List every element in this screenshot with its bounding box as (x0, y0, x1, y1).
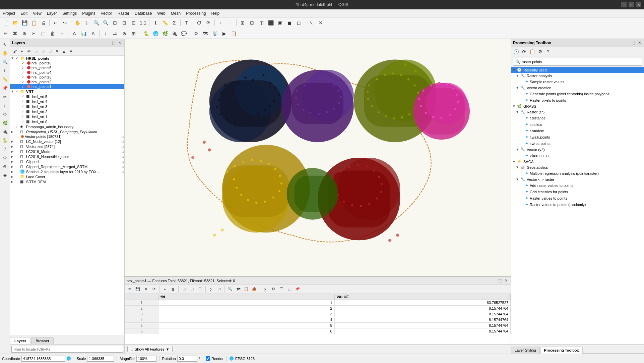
copy-features-button[interactable]: 📋 (243, 286, 250, 293)
ext-plugin4[interactable]: ▶ (220, 29, 229, 38)
proc-geostatistics[interactable]: ▼ 📊 Geostatistics (511, 164, 644, 170)
processing-close-button[interactable]: ✕ (637, 40, 642, 46)
layer-hrsl-points2[interactable]: ✓ hrsl_points2 (10, 80, 124, 84)
table-settings-button[interactable]: ☰ (278, 286, 285, 293)
proc-raster-analysis[interactable]: ▼ 🔧 Raster analysis (511, 73, 644, 79)
menu-raster[interactable]: Raster (115, 10, 132, 16)
menu-settings[interactable]: Settings (60, 10, 79, 16)
paste-features-button[interactable]: 📥 (251, 286, 258, 293)
locate-input[interactable] (11, 346, 123, 353)
layer-lc2019-mode[interactable]: ▶ ◻ LC2019_Mode □ (10, 149, 124, 154)
processing-float-button[interactable]: ⬚ (631, 40, 636, 46)
hrsl-group-check-icon[interactable]: ✓ (15, 56, 20, 60)
vrt-check-icon[interactable]: ✓ (15, 90, 20, 93)
field-calc-lt[interactable]: ∑ (1, 101, 9, 109)
measure-tool[interactable]: 📏 (160, 18, 169, 27)
layer-lc2019-nn[interactable]: ▶ ◻ LC2019_NearestNeighbor □ (10, 154, 124, 159)
menu-plugins[interactable]: Plugins (79, 10, 98, 16)
move-down-layer[interactable]: ▼ (68, 48, 74, 55)
select-tool[interactable]: ⊹ (82, 18, 91, 27)
label-btn[interactable]: A (70, 29, 79, 38)
proc-r-what-points[interactable]: ✦ r.what.points (511, 140, 644, 147)
digitize3-button[interactable]: ✂ (29, 29, 38, 38)
points4-check-icon[interactable]: ✓ (21, 71, 26, 74)
python-btn[interactable]: 🐍 (142, 29, 150, 38)
more-btn-7[interactable]: ◻ (295, 18, 303, 27)
vrt1-check-icon[interactable]: ✓ (21, 115, 26, 118)
render-checkbox[interactable] (206, 356, 210, 361)
layer-hrsl-vrt2[interactable]: ✓ ▦ hrsl_vrt.2 (10, 109, 124, 114)
pan-tool[interactable]: ✋ (73, 18, 82, 27)
undo-button[interactable]: ↩ (51, 18, 60, 27)
points6-check-icon[interactable]: ✓ (21, 61, 26, 65)
annotation-btn[interactable]: A (89, 29, 98, 38)
menu-edit[interactable]: Edit (18, 10, 30, 16)
proc-grass[interactable]: ▼ 🌿 GRASS (511, 103, 644, 109)
processing-settings-button[interactable]: ⚙ (536, 48, 544, 55)
chart-btn[interactable]: 📊 (79, 29, 88, 38)
identify-tool[interactable]: ℹ (151, 18, 160, 27)
layer-hrsl-points3[interactable]: ✓ hrsl_points3 (10, 75, 124, 80)
table-row[interactable]: 3 3 8.15744764 (125, 311, 511, 317)
paste-btn[interactable]: ⊞ (129, 29, 138, 38)
processing-results-button[interactable]: 📋 (528, 48, 536, 55)
table-row[interactable]: 4 4 8.15744764 (125, 317, 511, 323)
layer-vrt-group[interactable]: ▼ ✓ 📁 VRT (10, 89, 124, 94)
proc-recently-used[interactable]: ▼ 🕐 Recently used (511, 67, 644, 73)
proc-raster-pixels[interactable]: ✦ Raster pixels to points (511, 97, 644, 103)
dock-table-button[interactable]: 📌 (294, 286, 301, 293)
more-btn-5[interactable]: ▣ (276, 18, 284, 27)
proc-raster-values[interactable]: ✦ Raster values to points (511, 195, 644, 201)
menu-mesh[interactable]: Mesh (168, 10, 183, 16)
add-group[interactable]: + (18, 48, 25, 55)
zoom-out-button[interactable]: 🔍 (101, 18, 110, 27)
vrt5-check-icon[interactable]: ✓ (21, 95, 26, 98)
layers-close-button[interactable]: ✕ (117, 40, 122, 46)
invert-select-button[interactable]: ⊟ (188, 286, 196, 293)
proc-raster-star[interactable]: ▼ 🔧 Raster (r.*) (511, 109, 644, 115)
layer-hrsl-points6[interactable]: ✓ hrsl_points6 (10, 61, 124, 65)
table-row[interactable]: 6 6 8.15744764 (125, 328, 511, 334)
new-project-button[interactable]: 📄 (1, 18, 10, 27)
layer-clipped[interactable]: ▶ ◻ Clipped □ (10, 159, 124, 164)
map-canvas[interactable] (125, 39, 511, 276)
label-tool[interactable]: T (182, 18, 191, 27)
tab-layer-styling[interactable]: Layer Styling (511, 347, 540, 354)
zoom-in-button[interactable]: 🔍 (92, 18, 101, 27)
move2-btn[interactable]: ⇄ (111, 29, 119, 38)
select-features-button[interactable]: ↖ (1, 40, 9, 48)
digitize5-button[interactable]: 🗑 (48, 29, 57, 38)
col-value[interactable]: VALUE (334, 294, 511, 300)
manage-layer-viz[interactable]: 👁 (25, 48, 32, 55)
rotation-input[interactable] (177, 356, 197, 362)
ext-plugin5[interactable]: 📋 (229, 29, 238, 38)
layer-hrsl-points5[interactable]: ✓ hrsl_points5 (10, 65, 124, 70)
layer-hrsl-vrt4[interactable]: ✓ ▦ hrsl_vrt.4 (10, 99, 124, 104)
add-feature-button[interactable]: + (161, 286, 169, 293)
layer-hrsl-vrt5[interactable]: ✓ ▦ hrsl_vrt.5 (10, 94, 124, 99)
zoom-layer-button[interactable]: ⊡ (120, 18, 129, 27)
plugins-lt[interactable]: 🔌 (1, 127, 9, 136)
filter-layers[interactable]: ⊟ (33, 48, 39, 55)
redo-button[interactable]: ↪ (61, 18, 69, 27)
proc-r-random[interactable]: ✦ r.random (511, 127, 644, 134)
proc-vector-star[interactable]: ▼ 🔧 Vector (v.*) (511, 147, 644, 152)
proc-r-walk-points[interactable]: ✦ r.walk.points (511, 134, 644, 140)
menu-project[interactable]: Project (0, 10, 18, 16)
ext-plugin3[interactable]: 📡 (210, 29, 219, 38)
menu-help[interactable]: Help (209, 10, 222, 16)
layer-lc-node[interactable]: ▶ ◻ LC_Node_vector [12] □ (10, 139, 124, 144)
grass-btn[interactable]: 🌿 (160, 29, 169, 38)
field-calc-button[interactable]: ∑ (262, 286, 269, 293)
vrt0-check-icon[interactable]: ✓ (21, 120, 26, 123)
vrt3-check-icon[interactable]: ✓ (21, 105, 26, 108)
browser-btn[interactable]: 🌐 (151, 29, 160, 38)
cancel-edits-button[interactable]: ✕ (142, 286, 149, 293)
print-button[interactable]: 🖨 (39, 18, 48, 27)
proc-vector-creation[interactable]: ▼ 🔧 Vector creation (511, 85, 644, 91)
layer-hrsl-vrt1[interactable]: ✓ ▦ hrsl_vrt.1 (10, 114, 124, 119)
open-project-button[interactable]: 📂 (11, 18, 19, 27)
filter-expression-button[interactable]: ⊿ (215, 286, 223, 293)
ext-plugin1[interactable]: ⚙ (192, 29, 200, 38)
pan-to-feature-button[interactable]: 🗺 (235, 286, 242, 293)
